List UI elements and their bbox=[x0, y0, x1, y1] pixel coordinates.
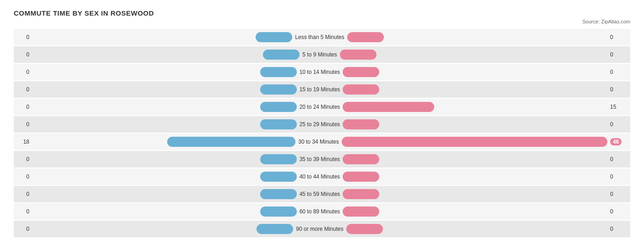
male-bar bbox=[260, 119, 297, 129]
female-value: 0 bbox=[607, 69, 630, 75]
female-value-badge: 46 bbox=[610, 138, 622, 145]
row-label: 90 or more Minutes bbox=[293, 226, 346, 232]
female-bar-wrap bbox=[343, 172, 607, 182]
female-value: 0 bbox=[607, 191, 630, 197]
female-bar bbox=[347, 32, 384, 42]
female-bar bbox=[342, 137, 607, 147]
row-label-box: 45 to 59 Minutes bbox=[297, 191, 343, 197]
female-value: 0 bbox=[607, 34, 630, 40]
chart-title: COMMUTE TIME BY SEX IN ROSEWOOD bbox=[14, 9, 630, 17]
chart-row: 010 to 14 Minutes0 bbox=[14, 64, 630, 80]
row-label: 15 to 19 Minutes bbox=[297, 86, 343, 93]
male-bar bbox=[260, 172, 297, 182]
chart-row: 045 to 59 Minutes0 bbox=[14, 186, 630, 202]
male-bar bbox=[260, 189, 297, 199]
chart-row: 0Less than 5 Minutes0 bbox=[14, 29, 630, 45]
row-label-box: 30 to 34 Minutes bbox=[295, 139, 342, 145]
male-bar-wrap bbox=[32, 119, 297, 129]
female-bar-wrap bbox=[343, 102, 607, 112]
source-line: Source: ZipAtlas.com bbox=[14, 19, 630, 24]
female-bar bbox=[343, 172, 379, 182]
female-bar-wrap bbox=[343, 67, 607, 77]
female-bar bbox=[343, 119, 379, 129]
row-label: 40 to 44 Minutes bbox=[297, 173, 343, 180]
female-bar-wrap bbox=[343, 189, 607, 199]
chart-row: 090 or more Minutes0 bbox=[14, 221, 630, 237]
female-bar-wrap bbox=[343, 154, 607, 164]
male-bar bbox=[260, 84, 297, 95]
female-value: 0 bbox=[607, 121, 630, 128]
row-label-box: 20 to 24 Minutes bbox=[297, 104, 343, 110]
male-bar bbox=[257, 224, 293, 234]
male-bar-wrap bbox=[32, 172, 297, 182]
female-bar-wrap bbox=[343, 119, 607, 129]
female-bar bbox=[343, 189, 379, 199]
male-bar bbox=[167, 137, 295, 147]
female-value: 0 bbox=[607, 86, 630, 93]
male-value: 0 bbox=[14, 173, 32, 180]
male-bar-wrap bbox=[32, 102, 297, 112]
male-value: 0 bbox=[14, 226, 32, 232]
row-label: Less than 5 Minutes bbox=[292, 34, 347, 40]
male-value: 0 bbox=[14, 191, 32, 197]
female-value: 15 bbox=[607, 104, 630, 110]
male-bar bbox=[263, 50, 300, 60]
female-value: 0 bbox=[607, 51, 630, 58]
male-bar bbox=[260, 207, 297, 217]
female-value: 0 bbox=[607, 156, 630, 162]
row-label-box: 10 to 14 Minutes bbox=[297, 69, 343, 75]
male-bar-wrap bbox=[32, 224, 293, 234]
chart-row: 020 to 24 Minutes15 bbox=[14, 99, 630, 115]
row-label: 45 to 59 Minutes bbox=[297, 191, 343, 197]
male-bar-wrap bbox=[32, 207, 297, 217]
female-bar-wrap bbox=[343, 207, 607, 217]
chart-row: 015 to 19 Minutes0 bbox=[14, 81, 630, 98]
male-value: 18 bbox=[14, 139, 32, 145]
male-bar bbox=[260, 102, 297, 112]
female-value: 0 bbox=[607, 208, 630, 215]
row-label-box: 35 to 39 Minutes bbox=[297, 156, 343, 162]
row-label-box: 90 or more Minutes bbox=[293, 226, 346, 232]
row-label-box: 40 to 44 Minutes bbox=[297, 173, 343, 180]
female-bar bbox=[343, 154, 379, 164]
female-bar-wrap bbox=[340, 50, 607, 60]
female-bar bbox=[343, 102, 434, 112]
row-label-box: 5 to 9 Minutes bbox=[300, 51, 339, 58]
row-label-box: 60 to 89 Minutes bbox=[297, 208, 343, 215]
female-bar bbox=[343, 207, 379, 217]
male-bar-wrap bbox=[32, 32, 292, 42]
chart-row: 05 to 9 Minutes0 bbox=[14, 46, 630, 63]
male-value: 0 bbox=[14, 51, 32, 58]
row-label: 25 to 29 Minutes bbox=[297, 121, 343, 128]
male-bar bbox=[260, 67, 297, 77]
female-value: 46 bbox=[607, 139, 630, 145]
female-bar bbox=[343, 67, 379, 77]
female-bar-wrap bbox=[343, 84, 607, 95]
male-value: 0 bbox=[14, 34, 32, 40]
male-value: 0 bbox=[14, 208, 32, 215]
female-bar-wrap bbox=[346, 224, 607, 234]
female-bar bbox=[343, 84, 379, 95]
row-label: 35 to 39 Minutes bbox=[297, 156, 343, 162]
chart-row: 025 to 29 Minutes0 bbox=[14, 116, 630, 133]
male-bar-wrap bbox=[32, 189, 297, 199]
row-label: 5 to 9 Minutes bbox=[300, 51, 339, 58]
male-bar bbox=[256, 32, 292, 42]
female-value: 0 bbox=[607, 226, 630, 232]
male-bar bbox=[260, 154, 297, 164]
chart-area: 0Less than 5 Minutes005 to 9 Minutes0010… bbox=[14, 29, 630, 237]
male-value: 0 bbox=[14, 69, 32, 75]
male-value: 0 bbox=[14, 104, 32, 110]
female-bar bbox=[346, 224, 383, 234]
male-bar-wrap bbox=[32, 154, 297, 164]
male-bar-wrap bbox=[32, 137, 295, 147]
row-label: 20 to 24 Minutes bbox=[297, 104, 343, 110]
chart-row: 035 to 39 Minutes0 bbox=[14, 151, 630, 167]
chart-row: 060 to 89 Minutes0 bbox=[14, 203, 630, 220]
row-label: 30 to 34 Minutes bbox=[295, 139, 342, 145]
male-bar-wrap bbox=[32, 84, 297, 95]
female-value: 0 bbox=[607, 173, 630, 180]
male-bar-wrap bbox=[32, 50, 300, 60]
row-label-box: 15 to 19 Minutes bbox=[297, 86, 343, 93]
row-label: 10 to 14 Minutes bbox=[297, 69, 343, 75]
